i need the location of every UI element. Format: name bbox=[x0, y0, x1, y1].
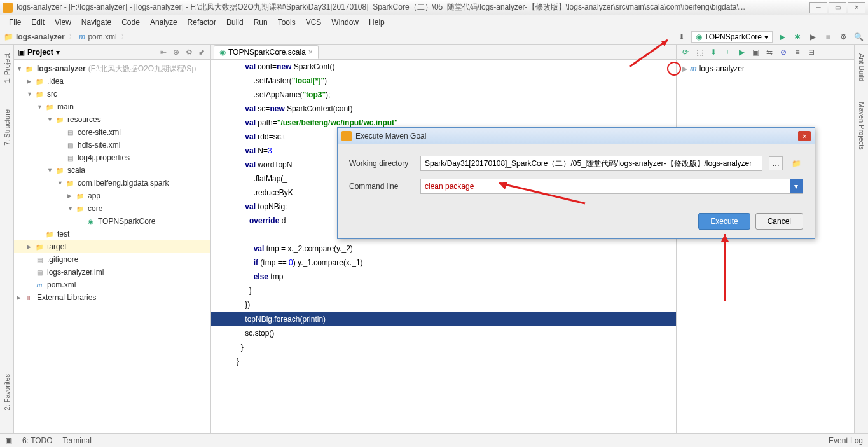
tree-arrow-icon[interactable]: ▼ bbox=[37, 104, 45, 110]
run-maven-icon[interactable]: ▶ bbox=[735, 46, 748, 58]
run-config-dropdown[interactable]: ◉ TOPNSparkCore ▾ bbox=[691, 31, 773, 43]
close-icon[interactable]: ✕ bbox=[798, 131, 811, 141]
status-todo[interactable]: 6: TODO bbox=[22, 436, 53, 445]
close-button[interactable]: ✕ bbox=[848, 2, 865, 13]
tab-maven[interactable]: Maven Projects bbox=[858, 98, 865, 154]
project-tree[interactable]: ▼ 📁 logs-analyzer (F:\北风大数据O2O九期课程\Sp ▶📁… bbox=[14, 60, 210, 433]
command-line-input[interactable] bbox=[421, 179, 790, 193]
tree-arrow-icon[interactable]: ▶ bbox=[27, 244, 34, 250]
breadcrumb-file[interactable]: pom.xml bbox=[88, 32, 116, 41]
menu-help[interactable]: Help bbox=[364, 17, 390, 28]
tree-item-label: test bbox=[57, 230, 69, 238]
tree-item[interactable]: ▼📁src bbox=[14, 88, 210, 100]
status-terminal[interactable]: Terminal bbox=[63, 436, 92, 445]
breadcrumb-project[interactable]: logs-analyzer bbox=[16, 32, 65, 41]
browse-button[interactable]: … bbox=[769, 156, 783, 170]
menu-refactor[interactable]: Refactor bbox=[183, 17, 221, 28]
menu-run[interactable]: Run bbox=[249, 17, 273, 28]
tab-ant[interactable]: Ant Build bbox=[858, 50, 865, 85]
menu-tools[interactable]: Tools bbox=[273, 17, 301, 28]
tree-ext-lib[interactable]: ▶ ⊪ External Libraries bbox=[14, 291, 210, 304]
search-icon[interactable]: 🔍 bbox=[853, 31, 864, 43]
dialog-icon bbox=[341, 131, 352, 141]
show-deps-icon[interactable]: ≡ bbox=[791, 46, 804, 58]
generate-icon[interactable]: ⬚ bbox=[693, 46, 706, 58]
working-directory-input[interactable] bbox=[420, 156, 762, 171]
tree-item[interactable]: ▼📁scala bbox=[14, 164, 210, 177]
tree-item[interactable]: ▼📁resources bbox=[14, 113, 210, 126]
settings-icon[interactable]: ⚙ bbox=[837, 31, 849, 43]
stop-icon[interactable]: ■ bbox=[822, 31, 834, 43]
refresh-icon[interactable]: ⟳ bbox=[679, 46, 692, 58]
tree-item-label: scala bbox=[67, 166, 85, 175]
tree-item[interactable]: ▶📁target bbox=[14, 240, 210, 253]
tree-item-label: logs-analyzer.iml bbox=[47, 268, 104, 277]
coverage-icon[interactable]: ▶ bbox=[807, 31, 818, 43]
maven-root[interactable]: ▶ m logs-analyzer bbox=[679, 62, 851, 75]
tree-item[interactable]: ▤logs-analyzer.iml bbox=[14, 266, 210, 279]
menu-build[interactable]: Build bbox=[221, 17, 249, 28]
add-icon[interactable]: ＋ bbox=[721, 46, 734, 58]
chevron-down-icon[interactable]: ▾ bbox=[790, 179, 803, 193]
menu-code[interactable]: Code bbox=[116, 17, 145, 28]
chevron-right-icon: ▶ bbox=[682, 64, 687, 73]
tree-item[interactable]: ▼📁com.ibeifeng.bigdata.spark bbox=[14, 177, 210, 189]
tree-item[interactable]: 📁test bbox=[14, 228, 210, 240]
tree-item[interactable]: ▼📁main bbox=[14, 100, 210, 113]
status-square-icon[interactable]: ▣ bbox=[5, 436, 12, 445]
tree-item[interactable]: ▤log4j.properties bbox=[14, 151, 210, 164]
hide-icon[interactable]: ⬋ bbox=[196, 47, 207, 57]
tree-arrow-icon[interactable]: ▼ bbox=[57, 180, 65, 186]
menu-analyze[interactable]: Analyze bbox=[145, 17, 183, 28]
history-button[interactable]: 📁 bbox=[789, 156, 803, 170]
execute-button[interactable]: Execute bbox=[698, 213, 750, 230]
file-icon: ▤ bbox=[34, 255, 45, 264]
tree-item[interactable]: ▶📁app bbox=[14, 189, 210, 202]
code-editor[interactable]: val conf=new SparkConf() .setMaster("loc… bbox=[211, 60, 676, 433]
debug-icon[interactable]: ✱ bbox=[792, 31, 803, 43]
chevron-down-icon[interactable]: ▾ bbox=[56, 48, 60, 57]
tree-item[interactable]: ▤.gitignore bbox=[14, 253, 210, 266]
tree-arrow-icon[interactable]: ▶ bbox=[67, 193, 75, 199]
tree-item[interactable]: mpom.xml bbox=[14, 279, 210, 291]
tree-item[interactable]: ◉TOPNSparkCore bbox=[14, 215, 210, 228]
left-gutter: 1: Project 7: Structure 2: Favorites bbox=[0, 45, 14, 433]
close-icon[interactable]: × bbox=[308, 48, 313, 57]
tree-item[interactable]: ▤core-site.xml bbox=[14, 126, 210, 139]
maximize-button[interactable]: ▭ bbox=[829, 2, 846, 13]
tab-structure[interactable]: 7: Structure bbox=[3, 106, 11, 149]
minimize-button[interactable]: ─ bbox=[809, 2, 827, 13]
cancel-button[interactable]: Cancel bbox=[755, 213, 803, 230]
tree-arrow-icon[interactable]: ▼ bbox=[27, 91, 34, 97]
tree-arrow-icon[interactable]: ▼ bbox=[47, 116, 55, 123]
tree-arrow-icon[interactable]: ▶ bbox=[27, 78, 34, 85]
dialog-titlebar[interactable]: Execute Maven Goal ✕ bbox=[338, 128, 815, 144]
tab-favorites[interactable]: 2: Favorites bbox=[3, 370, 11, 414]
run-config-label: TOPNSparkCore bbox=[705, 32, 762, 41]
run-icon[interactable]: ▶ bbox=[776, 31, 788, 43]
tree-root[interactable]: ▼ 📁 logs-analyzer (F:\北风大数据O2O九期课程\Sp bbox=[14, 62, 210, 75]
menu-navigate[interactable]: Navigate bbox=[76, 17, 116, 28]
target-icon[interactable]: ⊕ bbox=[171, 47, 181, 57]
collapse-all-icon[interactable]: ⊟ bbox=[805, 46, 818, 58]
menu-window[interactable]: Window bbox=[326, 17, 364, 28]
toggle-offline-icon[interactable]: ⇆ bbox=[763, 46, 776, 58]
tree-item[interactable]: ▤hdfs-site.xml bbox=[14, 139, 210, 151]
tree-item[interactable]: ▶📁.idea bbox=[14, 75, 210, 88]
execute-goal-icon[interactable]: ▣ bbox=[749, 46, 762, 58]
tree-arrow-icon[interactable]: ▼ bbox=[47, 167, 55, 174]
tab-project[interactable]: 1: Project bbox=[3, 50, 11, 86]
status-eventlog[interactable]: Event Log bbox=[829, 436, 863, 445]
collapse-icon[interactable]: ⇤ bbox=[158, 47, 169, 57]
menu-file[interactable]: File bbox=[4, 17, 26, 28]
menu-vcs[interactable]: VCS bbox=[301, 17, 327, 28]
tree-arrow-icon[interactable]: ▼ bbox=[67, 205, 75, 212]
tab-file[interactable]: ◉ TOPNSparkCore.scala × bbox=[214, 45, 319, 59]
download-icon[interactable]: ⬇ bbox=[707, 46, 720, 58]
make-icon[interactable]: ⬇ bbox=[676, 31, 687, 43]
gear-icon[interactable]: ⚙ bbox=[184, 47, 194, 57]
menu-edit[interactable]: Edit bbox=[26, 17, 50, 28]
menu-view[interactable]: View bbox=[50, 17, 76, 28]
tree-item[interactable]: ▼📁core bbox=[14, 202, 210, 215]
skip-tests-icon[interactable]: ⊘ bbox=[777, 46, 790, 58]
